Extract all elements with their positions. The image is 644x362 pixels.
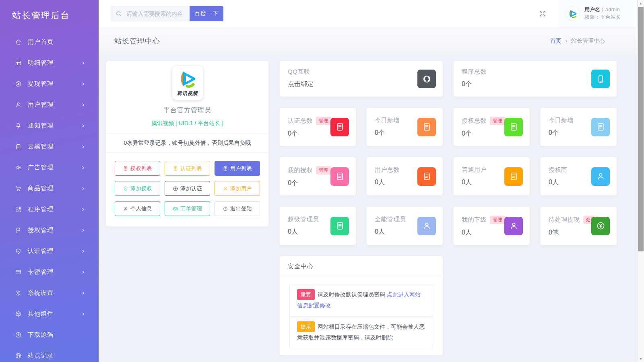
app-title: 站长管理后台 xyxy=(0,0,99,22)
chevron-right-icon: › xyxy=(82,290,85,296)
fullscreen-icon[interactable] xyxy=(539,10,546,17)
sidebar-item-download-source[interactable]: 下载源码 xyxy=(0,324,99,345)
admin-display-name: 平台官方管理员 xyxy=(106,106,268,115)
user-info: 用户名：admin 权限：平台站长 xyxy=(584,6,621,21)
stat-card-authorized-dealers[interactable]: 授权商 0人 xyxy=(541,157,617,195)
stat-card-omni-admins[interactable]: 全能管理员 0人 xyxy=(367,207,443,245)
search-icon xyxy=(116,10,122,17)
add-certification-button[interactable]: 添加认证 xyxy=(165,181,210,196)
sidebar-item-site-log[interactable]: 站点记录 xyxy=(0,345,99,362)
manage-badge[interactable]: 管理 xyxy=(490,216,505,224)
file-icon xyxy=(417,167,436,186)
certification-list-button[interactable]: 认证列表 xyxy=(165,161,210,176)
chevron-right-icon: › xyxy=(82,311,85,317)
scroll-up-arrow-icon[interactable]: ▲ xyxy=(638,0,644,6)
search-input[interactable] xyxy=(111,6,190,21)
qq-icon xyxy=(417,70,436,88)
work-order-button[interactable]: 工单管理 xyxy=(165,201,210,216)
user-list-button[interactable]: 用户列表 xyxy=(215,161,260,176)
manage-badge[interactable]: 管理 xyxy=(316,166,331,175)
baidu-search-button[interactable]: 百度一下 xyxy=(190,6,223,21)
sidebar-item-label: 明细管理 xyxy=(28,59,82,67)
logout-button[interactable]: 退出登陆 xyxy=(215,201,260,216)
authorization-list-button[interactable]: 授权列表 xyxy=(115,161,160,176)
stat-card-normal-users[interactable]: 普通用户 0人 xyxy=(454,157,530,195)
file-icon xyxy=(123,166,128,171)
page-scrollbar[interactable]: ▲ ▼ xyxy=(637,0,644,362)
stat-label: 我的授权 xyxy=(288,167,313,174)
stat-card-program-total[interactable]: 程序总数 0个 xyxy=(454,61,617,97)
stat-value[interactable]: 点击绑定 xyxy=(288,80,435,88)
breadcrumb-home-link[interactable]: 首页 xyxy=(550,37,561,45)
scroll-down-arrow-icon[interactable]: ▼ xyxy=(638,356,644,362)
globe-icon xyxy=(15,352,22,359)
sidebar-item-label: 系统设置 xyxy=(28,289,82,297)
shield-icon xyxy=(123,186,128,191)
sidebar-item-system-settings[interactable]: 系统设置 › xyxy=(0,282,99,303)
security-alert-important: 重要请及时修改默认管理员密码 点此进入网站信息配置修改 xyxy=(290,284,433,316)
stat-card-auth-today[interactable]: 今日新增 0个 xyxy=(541,108,617,146)
table-icon xyxy=(15,60,22,66)
sidebar-item-label: 授权管理 xyxy=(28,226,82,234)
sidebar-item-user[interactable]: 用户管理 › xyxy=(0,94,99,115)
stat-label: 待处理提现 xyxy=(549,216,580,224)
person-icon xyxy=(591,167,610,186)
stat-label: 我的下级 xyxy=(462,216,487,224)
person-icon xyxy=(417,217,436,235)
personal-info-button[interactable]: 个人信息 xyxy=(115,201,160,216)
play-logo-icon xyxy=(177,68,198,89)
sidebar-item-cardkey[interactable]: 卡密管理 › xyxy=(0,261,99,282)
button-label: 添加用户 xyxy=(230,185,252,192)
username-value: admin xyxy=(605,6,619,12)
chevron-right-icon: › xyxy=(82,248,85,255)
sidebar-item-program[interactable]: 程序管理 › xyxy=(0,199,99,220)
file-icon xyxy=(504,167,523,186)
chevron-right-icon: › xyxy=(82,227,85,234)
stat-card-qq-connect[interactable]: QQ互联 点击绑定 xyxy=(280,61,443,97)
file-icon xyxy=(330,217,349,235)
stat-card-my-auth[interactable]: 我的授权管理 0个 xyxy=(280,157,356,195)
card-icon xyxy=(15,269,22,276)
cart-icon xyxy=(15,185,22,192)
button-label: 用户列表 xyxy=(230,165,252,172)
sidebar-item-authorization[interactable]: 授权管理 › xyxy=(0,220,99,241)
stat-card-user-total[interactable]: 用户总数 0人 xyxy=(367,157,443,195)
button-label: 授权列表 xyxy=(130,165,152,172)
sidebar-item-ads[interactable]: 广告管理 › xyxy=(0,157,99,178)
sidebar-item-other-components[interactable]: 其他组件 › xyxy=(0,303,99,324)
chevron-right-icon: › xyxy=(82,143,85,150)
stat-card-cert-today[interactable]: 今日新增 0个 xyxy=(367,108,443,146)
button-label: 添加授权 xyxy=(130,185,152,192)
speaker-icon xyxy=(15,164,22,171)
admin-identity-link[interactable]: 腾讯视频 [ UID:1 / 平台站长 ] xyxy=(106,120,268,127)
tip-badge: 提示 xyxy=(297,321,315,332)
security-alert-list: 重要请及时修改默认管理员密码 点此进入网站信息配置修改 提示网站根目录存在压缩包… xyxy=(289,284,433,348)
file-icon xyxy=(173,166,178,171)
yen-circle-icon xyxy=(591,217,610,235)
stat-card-auth-total[interactable]: 授权总数管理 0个 xyxy=(454,108,530,146)
manage-badge[interactable]: 管理 xyxy=(316,117,331,125)
sidebar-item-goods[interactable]: 商品管理 › xyxy=(0,178,99,199)
page-title: 站长管理中心 xyxy=(114,36,160,46)
stat-card-pending-withdrawals[interactable]: 待处理提现处理 0笔 xyxy=(541,207,617,245)
clipboard-icon xyxy=(15,143,22,150)
stat-card-cert-total[interactable]: 认证总数管理 0个 xyxy=(280,108,356,146)
manage-badge[interactable]: 管理 xyxy=(490,117,505,125)
sidebar-item-certification[interactable]: 认证管理 › xyxy=(0,241,99,261)
search-bar: 百度一下 xyxy=(111,6,223,21)
sidebar-item-withdraw[interactable]: 提现管理 › xyxy=(0,73,99,94)
chevron-right-icon: › xyxy=(82,60,85,66)
sidebar-item-home[interactable]: 用户首页 xyxy=(0,31,99,52)
sidebar-item-detail[interactable]: 明细管理 › xyxy=(0,52,99,73)
scrollbar-thumb[interactable] xyxy=(638,7,644,251)
stat-card-super-admins[interactable]: 超级管理员 0人 xyxy=(280,207,356,245)
user-menu[interactable]: 用户名：admin 权限：平台站长 xyxy=(558,0,637,27)
sidebar-item-cloud-blacklist[interactable]: 云黑管理 › xyxy=(0,136,99,157)
sidebar-item-notice[interactable]: 通知管理 › xyxy=(0,115,99,136)
username-line: 用户名：admin xyxy=(584,6,621,14)
add-user-button[interactable]: 添加用户 xyxy=(215,181,260,196)
plus-circle-icon xyxy=(173,186,178,191)
add-authorization-button[interactable]: 添加授权 xyxy=(115,181,160,196)
stat-label: 今日新增 xyxy=(549,117,574,124)
stat-card-my-subordinates[interactable]: 我的下级管理 0人 xyxy=(454,207,530,245)
